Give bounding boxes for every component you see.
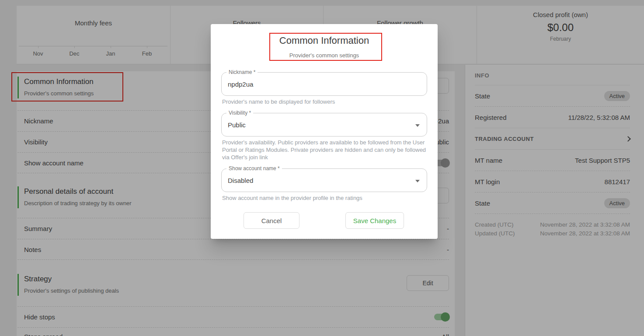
nickname-input-value[interactable]: npdp2ua <box>222 73 427 96</box>
cancel-button[interactable]: Cancel <box>244 212 299 229</box>
nickname-helper-text: Provider's name to be displayed for foll… <box>222 98 426 105</box>
show-account-name-select[interactable]: Show account name * Disabled <box>221 168 427 192</box>
dialog-title: Common Information <box>211 35 438 46</box>
show-account-name-helper-text: Show account name in the provider profil… <box>222 194 426 202</box>
visibility-select-value: Public <box>222 113 427 136</box>
common-information-dialog: Common Information Provider's common set… <box>211 24 438 239</box>
dialog-subtitle: Provider's common settings <box>211 52 438 59</box>
visibility-select[interactable]: Visibility * Public <box>221 113 427 136</box>
chevron-down-icon[interactable] <box>415 124 420 127</box>
visibility-helper-text: Provider's availability. Public provider… <box>222 139 426 161</box>
field-label: Show account name * <box>226 165 282 172</box>
field-label: Nickname * <box>226 69 258 75</box>
nickname-field[interactable]: Nickname * npdp2ua <box>221 72 427 96</box>
save-changes-button[interactable]: Save Changes <box>345 212 404 229</box>
show-account-name-select-value: Disabled <box>222 169 427 192</box>
field-label: Visibility * <box>226 110 253 116</box>
chevron-down-icon[interactable] <box>415 180 420 182</box>
